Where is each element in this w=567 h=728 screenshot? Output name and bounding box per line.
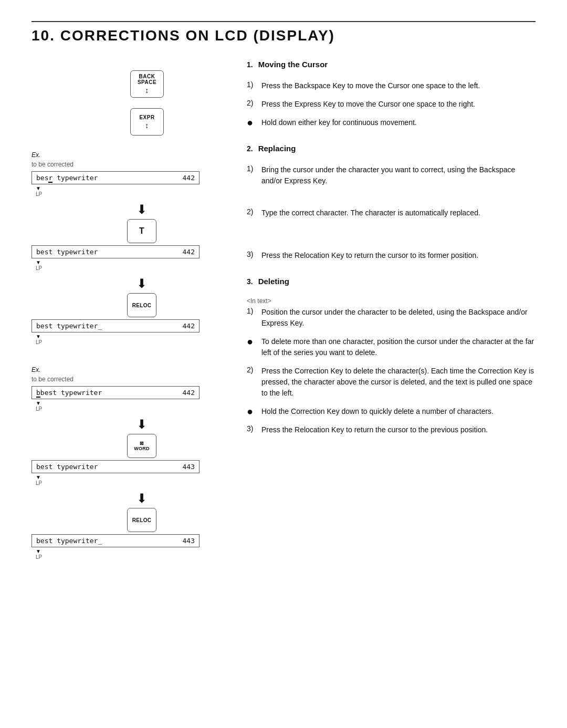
backspace-key-icon: BACK SPACE ↕ bbox=[130, 70, 164, 98]
section3-item1-text: Position the cursor under the character … bbox=[261, 307, 536, 329]
word-key-label: ⊠WORD bbox=[134, 441, 150, 451]
lp-deleting-3: LP bbox=[32, 554, 231, 560]
lcd-group-deleting-1: bbest typewriter 442 ▼ LP bbox=[32, 386, 231, 412]
section3-item1-num: 1) bbox=[247, 307, 261, 329]
section1-item1: 1) Press the Backspace Key to move the C… bbox=[247, 80, 536, 91]
section2-item2: 2) Type the correct character. The chara… bbox=[247, 207, 536, 219]
lcd-number-deleting-2: 443 bbox=[183, 463, 195, 471]
section1-item2-num: 2) bbox=[247, 99, 261, 110]
section1-title-row: 1. Moving the Cursor bbox=[247, 60, 536, 74]
key-label-expr: EXPR bbox=[139, 115, 154, 120]
lcd-text-deleting-3: best typewriter_ bbox=[36, 537, 102, 545]
cursor-arrow-replacing-1: ▼ bbox=[32, 185, 231, 191]
section-deleting: 3. Deleting <In text> 1) Position the cu… bbox=[247, 277, 536, 435]
section3-item2: 2) Press the Correction Key to delete th… bbox=[247, 366, 536, 399]
section2-item2-text: Type the correct character. The characte… bbox=[261, 207, 536, 219]
lcd-text-replacing-1: besr typewriter bbox=[36, 174, 98, 182]
section2-title-row: 2. Replacing bbox=[247, 144, 536, 158]
section3-item3-num: 3) bbox=[247, 424, 261, 435]
lcd-number-replacing-2: 442 bbox=[183, 248, 195, 256]
deleting-example: Ex. to be corrected bbest typewriter 442… bbox=[32, 366, 231, 560]
key-illustrations: BACK SPACE ↕ EXPR ↕ bbox=[63, 70, 231, 136]
lcd-text-deleting-1: bbest typewriter bbox=[36, 389, 102, 397]
section1-item2: 2) Press the Express Key to move the Cur… bbox=[247, 99, 536, 110]
lcd-group-replacing-2: best typewriter 442 ▼ LP bbox=[32, 245, 231, 271]
reloc-key-icon-deleting: RELOC bbox=[127, 508, 156, 532]
section1-title: Moving the Cursor bbox=[258, 60, 328, 69]
section3-item2-text: Press the Correction Key to delete the c… bbox=[261, 366, 536, 399]
section1-item2-text: Press the Express Key to move the Cursor… bbox=[261, 99, 536, 110]
section1-bullet: ● Hold down either key for continuous mo… bbox=[247, 117, 536, 128]
section1-bullet-text: Hold down either key for continuous move… bbox=[261, 117, 536, 128]
action-arrow-word: ⬇ ⊠WORD bbox=[52, 417, 231, 458]
section2-item1-text: Bring the cursor under the character you… bbox=[261, 164, 536, 186]
section-moving-cursor: 1. Moving the Cursor 1) Press the Backsp… bbox=[247, 60, 536, 128]
lp-replacing-1: LP bbox=[32, 191, 231, 197]
express-key-icon: EXPR ↕ bbox=[130, 108, 164, 136]
section3-item2-num: 2) bbox=[247, 366, 261, 399]
left-column: BACK SPACE ↕ EXPR ↕ Ex. to be corrected … bbox=[32, 60, 231, 565]
lcd-group-deleting-2: best typewriter 443 ▼ LP bbox=[32, 460, 231, 486]
lp-replacing-2: LP bbox=[32, 265, 231, 271]
section2-title: Replacing bbox=[258, 144, 296, 153]
section3-title: Deleting bbox=[258, 277, 289, 286]
lcd-text-replacing-2: best typewriter bbox=[36, 248, 98, 256]
section3-item1: 1) Position the cursor under the charact… bbox=[247, 307, 536, 329]
lcd-number-deleting-3: 443 bbox=[183, 537, 195, 545]
section3-bullet2-text: Hold the Correction Key down to quickly … bbox=[261, 406, 536, 417]
bullet-icon-3-1: ● bbox=[247, 336, 261, 347]
bullet-icon-3-2: ● bbox=[247, 406, 261, 417]
replacing-example: Ex. to be corrected besr typewriter 442 … bbox=[32, 151, 231, 345]
section3-bullet1-text: To delete more than one character, posit… bbox=[261, 336, 536, 358]
lcd-group-deleting-3: best typewriter_ 443 ▼ LP bbox=[32, 534, 231, 560]
reloc-key-icon-replacing: RELOC bbox=[127, 293, 156, 317]
section3-bullet2: ● Hold the Correction Key down to quickl… bbox=[247, 406, 536, 417]
lcd-display-deleting-3: best typewriter_ 443 bbox=[32, 534, 200, 547]
lcd-number-replacing-1: 442 bbox=[183, 174, 195, 182]
to-be-corrected-label-deleting: to be corrected bbox=[32, 376, 231, 383]
lcd-group-replacing-3: best typewriter_ 442 ▼ LP bbox=[32, 319, 231, 345]
to-be-corrected-label-replacing: to be corrected bbox=[32, 161, 231, 168]
section3-item3-text: Press the Relocation Key to return the c… bbox=[261, 424, 536, 435]
lcd-group-replacing-1: besr typewriter 442 ▼ LP bbox=[32, 171, 231, 197]
cursor-arrow-replacing-3: ▼ bbox=[32, 334, 231, 339]
lcd-display-replacing-3: best typewriter_ 442 bbox=[32, 319, 200, 332]
action-arrow-reloc-deleting: ⬇ RELOC bbox=[52, 491, 231, 532]
key-label-space: SPACE bbox=[138, 79, 156, 85]
page-title: 10. CORRECTIONS ON LCD (DISPLAY) bbox=[32, 21, 536, 44]
word-key-icon: ⊠WORD bbox=[127, 434, 156, 458]
lcd-number-replacing-3: 442 bbox=[183, 322, 195, 330]
section-replacing: 2. Replacing 1) Bring the cursor under t… bbox=[247, 144, 536, 261]
action-arrow-t: ⬇ T bbox=[52, 202, 231, 243]
in-text-label: <In text> bbox=[247, 297, 536, 305]
lcd-number-deleting-1: 442 bbox=[183, 389, 195, 397]
cursor-arrow-deleting-3: ▼ bbox=[32, 548, 231, 554]
section2-item3-num: 3) bbox=[247, 250, 261, 261]
key-arrow-expr: ↕ bbox=[145, 121, 149, 130]
section2-number: 2. bbox=[247, 144, 253, 153]
key-label-back: BACK bbox=[139, 74, 155, 79]
right-column: 1. Moving the Cursor 1) Press the Backsp… bbox=[247, 60, 536, 565]
lcd-display-replacing-2: best typewriter 442 bbox=[32, 245, 200, 258]
lp-deleting-1: LP bbox=[32, 406, 231, 412]
cursor-arrow-deleting-1: ▼ bbox=[32, 400, 231, 406]
bullet-icon-1: ● bbox=[247, 117, 261, 128]
action-arrow-reloc-replacing: ⬇ RELOC bbox=[52, 276, 231, 317]
section1-number: 1. bbox=[247, 60, 253, 69]
section1-item1-text: Press the Backspace Key to move the Curs… bbox=[261, 80, 536, 91]
t-key-label: T bbox=[139, 226, 144, 236]
section3-bullet1: ● To delete more than one character, pos… bbox=[247, 336, 536, 358]
lcd-display-deleting-2: best typewriter 443 bbox=[32, 460, 200, 473]
reloc-key-label-deleting: RELOC bbox=[132, 517, 152, 523]
lcd-text-deleting-2: best typewriter bbox=[36, 463, 98, 471]
section1-item1-num: 1) bbox=[247, 80, 261, 91]
lp-deleting-2: LP bbox=[32, 480, 231, 486]
lcd-display-deleting-1: bbest typewriter 442 bbox=[32, 386, 200, 399]
lcd-text-replacing-3: best typewriter_ bbox=[36, 322, 102, 330]
cursor-arrow-deleting-2: ▼ bbox=[32, 474, 231, 480]
example-label-replacing: Ex. bbox=[32, 151, 231, 159]
section2-item2-num: 2) bbox=[247, 207, 261, 219]
reloc-key-label-replacing: RELOC bbox=[132, 303, 152, 308]
section3-number: 3. bbox=[247, 277, 253, 286]
section2-item1-num: 1) bbox=[247, 164, 261, 186]
